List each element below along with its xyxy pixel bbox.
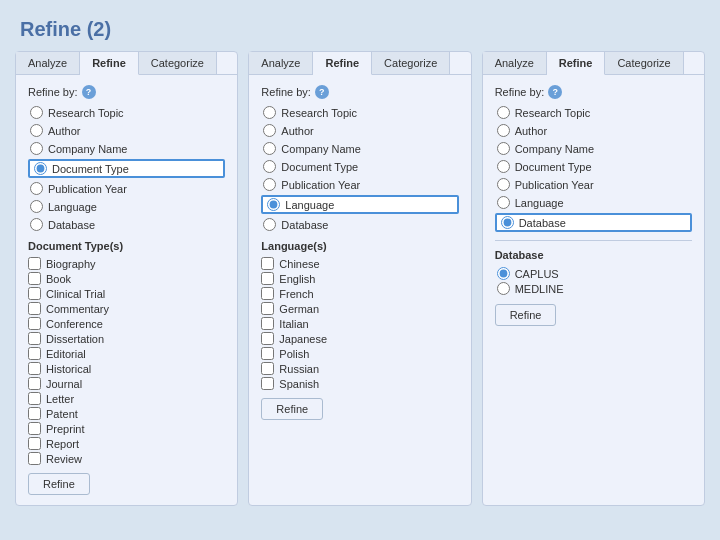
chk-spanish[interactable]: Spanish <box>261 377 458 390</box>
refine-button-2[interactable]: Refine <box>261 398 323 420</box>
refine-by-label-3: Refine by: ? <box>495 85 692 99</box>
section-label-3: Database <box>495 249 692 261</box>
chk-italian[interactable]: Italian <box>261 317 458 330</box>
panel-2-body: Refine by: ? Research Topic Author Compa… <box>249 75 470 430</box>
tab-analyze-2[interactable]: Analyze <box>249 52 313 74</box>
help-icon-2[interactable]: ? <box>315 85 329 99</box>
radio-author-3[interactable]: Author <box>495 123 692 138</box>
main-title: Refine (2) <box>0 0 720 51</box>
tab-analyze-3[interactable]: Analyze <box>483 52 547 74</box>
chk-conference[interactable]: Conference <box>28 317 225 330</box>
radio-group-2: Research Topic Author Company Name Docum… <box>261 105 458 232</box>
refine-button-3[interactable]: Refine <box>495 304 557 326</box>
panel-3: Analyze Refine Categorize Refine by: ? R… <box>482 51 705 506</box>
radio-database-1[interactable]: Database <box>28 217 225 232</box>
refine-by-text-2: Refine by: <box>261 86 311 98</box>
radio-medline[interactable]: MEDLINE <box>495 281 692 296</box>
chk-clinical-trial[interactable]: Clinical Trial <box>28 287 225 300</box>
checkbox-group-2: Chinese English French German Italian Ja… <box>261 257 458 390</box>
radio-caplus[interactable]: CAPLUS <box>495 266 692 281</box>
divider-3 <box>495 240 692 241</box>
section-label-1: Document Type(s) <box>28 240 225 252</box>
radio-author-2[interactable]: Author <box>261 123 458 138</box>
chk-report[interactable]: Report <box>28 437 225 450</box>
radio-group-3: Research Topic Author Company Name Docum… <box>495 105 692 232</box>
chk-english[interactable]: English <box>261 272 458 285</box>
chk-biography[interactable]: Biography <box>28 257 225 270</box>
radio-language-3[interactable]: Language <box>495 195 692 210</box>
radio-document-type-1[interactable]: Document Type <box>28 159 225 178</box>
checkbox-group-1: Biography Book Clinical Trial Commentary… <box>28 257 225 465</box>
chk-french[interactable]: French <box>261 287 458 300</box>
radio-author-1[interactable]: Author <box>28 123 225 138</box>
radio-company-name-1[interactable]: Company Name <box>28 141 225 156</box>
radio-research-topic-2[interactable]: Research Topic <box>261 105 458 120</box>
chk-editorial[interactable]: Editorial <box>28 347 225 360</box>
chk-dissertation[interactable]: Dissertation <box>28 332 225 345</box>
radio-document-type-2[interactable]: Document Type <box>261 159 458 174</box>
chk-polish[interactable]: Polish <box>261 347 458 360</box>
help-icon-3[interactable]: ? <box>548 85 562 99</box>
panel-3-body: Refine by: ? Research Topic Author Compa… <box>483 75 704 336</box>
chk-patent[interactable]: Patent <box>28 407 225 420</box>
radio-company-name-3[interactable]: Company Name <box>495 141 692 156</box>
tab-categorize-1[interactable]: Categorize <box>139 52 217 74</box>
refine-by-label-1: Refine by: ? <box>28 85 225 99</box>
tab-bar-1: Analyze Refine Categorize <box>16 52 237 75</box>
radio-language-2[interactable]: Language <box>261 195 458 214</box>
refine-by-text-3: Refine by: <box>495 86 545 98</box>
chk-book[interactable]: Book <box>28 272 225 285</box>
chk-review[interactable]: Review <box>28 452 225 465</box>
refine-by-text-1: Refine by: <box>28 86 78 98</box>
radio-group-1: Research Topic Author Company Name Docum… <box>28 105 225 232</box>
panel-1-body: Refine by: ? Research Topic Author Compa… <box>16 75 237 505</box>
radio-language-1[interactable]: Language <box>28 199 225 214</box>
tab-analyze-1[interactable]: Analyze <box>16 52 80 74</box>
chk-chinese[interactable]: Chinese <box>261 257 458 270</box>
tab-refine-3[interactable]: Refine <box>547 52 606 75</box>
chk-japanese[interactable]: Japanese <box>261 332 458 345</box>
chk-letter[interactable]: Letter <box>28 392 225 405</box>
panels-container: Analyze Refine Categorize Refine by: ? R… <box>0 51 720 506</box>
chk-russian[interactable]: Russian <box>261 362 458 375</box>
chk-german[interactable]: German <box>261 302 458 315</box>
radio-database-3[interactable]: Database <box>495 213 692 232</box>
radio-research-topic-1[interactable]: Research Topic <box>28 105 225 120</box>
chk-preprint[interactable]: Preprint <box>28 422 225 435</box>
chk-commentary[interactable]: Commentary <box>28 302 225 315</box>
radio-publication-year-2[interactable]: Publication Year <box>261 177 458 192</box>
panel-1: Analyze Refine Categorize Refine by: ? R… <box>15 51 238 506</box>
tab-categorize-2[interactable]: Categorize <box>372 52 450 74</box>
tab-bar-2: Analyze Refine Categorize <box>249 52 470 75</box>
radio-database-2[interactable]: Database <box>261 217 458 232</box>
radio-publication-year-1[interactable]: Publication Year <box>28 181 225 196</box>
chk-journal[interactable]: Journal <box>28 377 225 390</box>
tab-bar-3: Analyze Refine Categorize <box>483 52 704 75</box>
panel-2: Analyze Refine Categorize Refine by: ? R… <box>248 51 471 506</box>
chk-historical[interactable]: Historical <box>28 362 225 375</box>
refine-button-1[interactable]: Refine <box>28 473 90 495</box>
tab-refine-2[interactable]: Refine <box>313 52 372 75</box>
refine-by-label-2: Refine by: ? <box>261 85 458 99</box>
radio-document-type-3[interactable]: Document Type <box>495 159 692 174</box>
tab-categorize-3[interactable]: Categorize <box>605 52 683 74</box>
radio-publication-year-3[interactable]: Publication Year <box>495 177 692 192</box>
help-icon-1[interactable]: ? <box>82 85 96 99</box>
sub-radio-group-3: CAPLUS MEDLINE <box>495 266 692 296</box>
radio-company-name-2[interactable]: Company Name <box>261 141 458 156</box>
radio-research-topic-3[interactable]: Research Topic <box>495 105 692 120</box>
section-label-2: Language(s) <box>261 240 458 252</box>
tab-refine-1[interactable]: Refine <box>80 52 139 75</box>
